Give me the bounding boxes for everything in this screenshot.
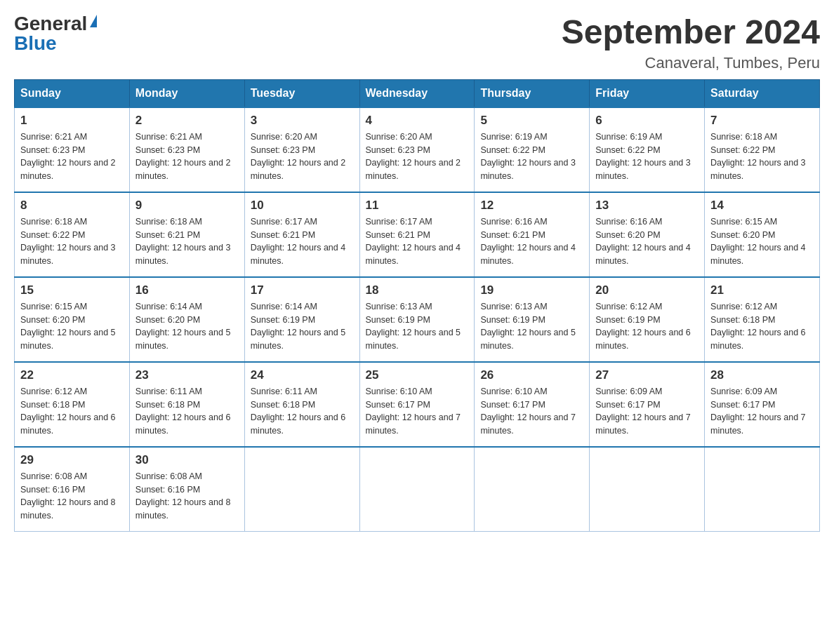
day-number: 12 — [480, 199, 583, 213]
day-number: 26 — [480, 368, 583, 382]
day-info: Sunrise: 6:12 AMSunset: 6:19 PMDaylight:… — [595, 300, 699, 353]
calendar-cell: 28Sunrise: 6:09 AMSunset: 6:17 PMDayligh… — [705, 362, 820, 447]
day-info: Sunrise: 6:09 AMSunset: 6:17 PMDaylight:… — [595, 385, 699, 438]
calendar-cell: 2Sunrise: 6:21 AMSunset: 6:23 PMDaylight… — [129, 107, 244, 192]
day-info: Sunrise: 6:18 AMSunset: 6:21 PMDaylight:… — [135, 215, 239, 268]
calendar-cell: 16Sunrise: 6:14 AMSunset: 6:20 PMDayligh… — [129, 277, 244, 362]
calendar-cell: 3Sunrise: 6:20 AMSunset: 6:23 PMDaylight… — [244, 107, 359, 192]
calendar-cell: 7Sunrise: 6:18 AMSunset: 6:22 PMDaylight… — [705, 107, 820, 192]
calendar-week-row: 1Sunrise: 6:21 AMSunset: 6:23 PMDaylight… — [15, 107, 820, 192]
calendar-cell: 12Sunrise: 6:16 AMSunset: 6:21 PMDayligh… — [475, 192, 590, 277]
day-info: Sunrise: 6:16 AMSunset: 6:20 PMDaylight:… — [595, 215, 699, 268]
day-number: 1 — [20, 114, 124, 128]
calendar-cell: 10Sunrise: 6:17 AMSunset: 6:21 PMDayligh… — [244, 192, 359, 277]
calendar-cell: 21Sunrise: 6:12 AMSunset: 6:18 PMDayligh… — [705, 277, 820, 362]
weekday-header-row: SundayMondayTuesdayWednesdayThursdayFrid… — [15, 79, 820, 107]
calendar-cell: 26Sunrise: 6:10 AMSunset: 6:17 PMDayligh… — [475, 362, 590, 447]
day-number: 25 — [366, 368, 469, 382]
calendar-week-row: 8Sunrise: 6:18 AMSunset: 6:22 PMDaylight… — [15, 192, 820, 277]
calendar-cell — [705, 447, 820, 532]
day-number: 3 — [251, 114, 354, 128]
day-number: 8 — [20, 199, 124, 213]
day-number: 17 — [251, 283, 354, 297]
calendar-week-row: 15Sunrise: 6:15 AMSunset: 6:20 PMDayligh… — [15, 277, 820, 362]
calendar-cell — [590, 447, 705, 532]
day-info: Sunrise: 6:20 AMSunset: 6:23 PMDaylight:… — [366, 130, 469, 183]
day-info: Sunrise: 6:09 AMSunset: 6:17 PMDaylight:… — [710, 385, 814, 438]
weekday-header-wednesday: Wednesday — [359, 79, 475, 107]
month-title: September 2024 — [562, 14, 820, 51]
calendar-cell: 4Sunrise: 6:20 AMSunset: 6:23 PMDaylight… — [359, 107, 475, 192]
day-number: 16 — [135, 283, 239, 297]
day-number: 2 — [135, 114, 239, 128]
day-number: 28 — [710, 368, 814, 382]
day-info: Sunrise: 6:11 AMSunset: 6:18 PMDaylight:… — [251, 385, 354, 438]
weekday-header-monday: Monday — [129, 79, 244, 107]
day-info: Sunrise: 6:10 AMSunset: 6:17 PMDaylight:… — [366, 385, 469, 438]
day-number: 29 — [20, 453, 124, 467]
day-number: 6 — [595, 114, 699, 128]
day-info: Sunrise: 6:12 AMSunset: 6:18 PMDaylight:… — [20, 385, 124, 438]
day-number: 27 — [595, 368, 699, 382]
day-info: Sunrise: 6:14 AMSunset: 6:20 PMDaylight:… — [135, 300, 239, 353]
day-number: 9 — [135, 199, 239, 213]
day-info: Sunrise: 6:18 AMSunset: 6:22 PMDaylight:… — [20, 215, 124, 268]
day-info: Sunrise: 6:18 AMSunset: 6:22 PMDaylight:… — [710, 130, 814, 183]
day-info: Sunrise: 6:16 AMSunset: 6:21 PMDaylight:… — [480, 215, 583, 268]
day-number: 7 — [710, 114, 814, 128]
calendar-cell: 25Sunrise: 6:10 AMSunset: 6:17 PMDayligh… — [359, 362, 475, 447]
day-number: 24 — [251, 368, 354, 382]
day-number: 11 — [366, 199, 469, 213]
weekday-header-saturday: Saturday — [705, 79, 820, 107]
logo: General Blue — [14, 14, 97, 53]
calendar-cell: 15Sunrise: 6:15 AMSunset: 6:20 PMDayligh… — [15, 277, 130, 362]
day-number: 30 — [135, 453, 239, 467]
day-info: Sunrise: 6:21 AMSunset: 6:23 PMDaylight:… — [20, 130, 124, 183]
day-info: Sunrise: 6:10 AMSunset: 6:17 PMDaylight:… — [480, 385, 583, 438]
calendar-table: SundayMondayTuesdayWednesdayThursdayFrid… — [14, 79, 820, 532]
day-number: 4 — [366, 114, 469, 128]
day-info: Sunrise: 6:19 AMSunset: 6:22 PMDaylight:… — [595, 130, 699, 183]
day-number: 13 — [595, 199, 699, 213]
day-info: Sunrise: 6:14 AMSunset: 6:19 PMDaylight:… — [251, 300, 354, 353]
calendar-cell: 14Sunrise: 6:15 AMSunset: 6:20 PMDayligh… — [705, 192, 820, 277]
day-info: Sunrise: 6:15 AMSunset: 6:20 PMDaylight:… — [710, 215, 814, 268]
calendar-cell: 11Sunrise: 6:17 AMSunset: 6:21 PMDayligh… — [359, 192, 475, 277]
day-info: Sunrise: 6:17 AMSunset: 6:21 PMDaylight:… — [251, 215, 354, 268]
day-number: 15 — [20, 283, 124, 297]
calendar-week-row: 22Sunrise: 6:12 AMSunset: 6:18 PMDayligh… — [15, 362, 820, 447]
day-info: Sunrise: 6:11 AMSunset: 6:18 PMDaylight:… — [135, 385, 239, 438]
day-info: Sunrise: 6:19 AMSunset: 6:22 PMDaylight:… — [480, 130, 583, 183]
calendar-cell: 19Sunrise: 6:13 AMSunset: 6:19 PMDayligh… — [475, 277, 590, 362]
page-header: General Blue September 2024 Canaveral, T… — [14, 14, 820, 72]
day-number: 23 — [135, 368, 239, 382]
weekday-header-sunday: Sunday — [15, 79, 130, 107]
calendar-cell: 13Sunrise: 6:16 AMSunset: 6:20 PMDayligh… — [590, 192, 705, 277]
day-info: Sunrise: 6:13 AMSunset: 6:19 PMDaylight:… — [366, 300, 469, 353]
calendar-cell — [359, 447, 475, 532]
calendar-cell: 23Sunrise: 6:11 AMSunset: 6:18 PMDayligh… — [129, 362, 244, 447]
weekday-header-tuesday: Tuesday — [244, 79, 359, 107]
logo-blue-text: Blue — [14, 34, 97, 53]
title-block: September 2024 Canaveral, Tumbes, Peru — [562, 14, 820, 72]
calendar-cell: 24Sunrise: 6:11 AMSunset: 6:18 PMDayligh… — [244, 362, 359, 447]
day-info: Sunrise: 6:15 AMSunset: 6:20 PMDaylight:… — [20, 300, 124, 353]
calendar-cell: 30Sunrise: 6:08 AMSunset: 6:16 PMDayligh… — [129, 447, 244, 532]
day-number: 18 — [366, 283, 469, 297]
day-number: 5 — [480, 114, 583, 128]
day-number: 21 — [710, 283, 814, 297]
calendar-cell: 8Sunrise: 6:18 AMSunset: 6:22 PMDaylight… — [15, 192, 130, 277]
calendar-cell: 20Sunrise: 6:12 AMSunset: 6:19 PMDayligh… — [590, 277, 705, 362]
day-info: Sunrise: 6:17 AMSunset: 6:21 PMDaylight:… — [366, 215, 469, 268]
day-number: 10 — [251, 199, 354, 213]
day-info: Sunrise: 6:21 AMSunset: 6:23 PMDaylight:… — [135, 130, 239, 183]
calendar-cell: 5Sunrise: 6:19 AMSunset: 6:22 PMDaylight… — [475, 107, 590, 192]
day-info: Sunrise: 6:13 AMSunset: 6:19 PMDaylight:… — [480, 300, 583, 353]
day-info: Sunrise: 6:20 AMSunset: 6:23 PMDaylight:… — [251, 130, 354, 183]
logo-triangle-icon — [90, 15, 97, 27]
calendar-cell: 17Sunrise: 6:14 AMSunset: 6:19 PMDayligh… — [244, 277, 359, 362]
calendar-cell: 1Sunrise: 6:21 AMSunset: 6:23 PMDaylight… — [15, 107, 130, 192]
day-number: 22 — [20, 368, 124, 382]
calendar-week-row: 29Sunrise: 6:08 AMSunset: 6:16 PMDayligh… — [15, 447, 820, 532]
weekday-header-friday: Friday — [590, 79, 705, 107]
